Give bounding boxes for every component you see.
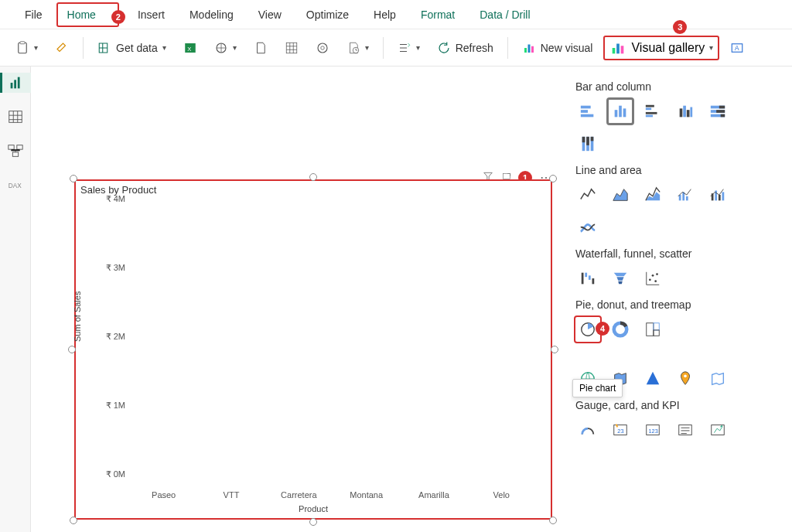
transform-data-button[interactable]: ▾ <box>391 38 426 58</box>
onelake-button[interactable]: ▾ <box>208 38 243 58</box>
gallery-section-waterfall: Waterfall, funnel, scatter <box>575 247 780 260</box>
y-tick-label: ₹ 4M <box>91 194 125 204</box>
paste-button[interactable]: ▾ <box>9 38 44 58</box>
arcgis-map-icon[interactable] <box>673 367 698 391</box>
text-box-button[interactable]: A <box>724 38 750 58</box>
svg-rect-26 <box>581 106 591 109</box>
menu-data-drill[interactable]: Data / Drill <box>469 2 541 27</box>
multi-row-card-icon[interactable]: 123 <box>640 418 665 442</box>
refresh-button[interactable]: Refresh <box>431 38 500 58</box>
svg-rect-34 <box>646 112 657 114</box>
svg-rect-37 <box>683 106 686 118</box>
scatter-icon[interactable] <box>640 266 665 291</box>
svg-rect-14 <box>621 46 624 53</box>
clustered-bar-icon[interactable] <box>640 99 665 124</box>
svg-point-64 <box>652 275 654 277</box>
stacked-area-icon[interactable] <box>640 182 665 207</box>
100pct-bar-icon[interactable] <box>705 99 730 124</box>
line-stacked-column-icon[interactable] <box>705 182 730 207</box>
treemap-icon[interactable] <box>640 317 665 342</box>
callout-badge-4: 4 <box>596 322 609 336</box>
card-icon[interactable]: 23 <box>608 418 633 442</box>
svg-rect-62 <box>592 278 595 284</box>
clustered-column-icon[interactable] <box>608 99 633 124</box>
bar-category-label: Paseo <box>152 490 176 500</box>
dataverse-button[interactable] <box>309 38 336 58</box>
menu-file[interactable]: File <box>14 2 53 27</box>
svg-rect-18 <box>14 80 16 88</box>
bar-chart-visual[interactable]: Sales by Product Sum of Sales Product Pa… <box>74 179 552 520</box>
pie-chart-icon[interactable]: 4 <box>575 317 600 342</box>
chart-body: Sum of Sales Product PaseoVTTCarreteraMo… <box>84 201 543 510</box>
report-view-icon[interactable] <box>0 73 31 93</box>
stacked-bar-icon[interactable] <box>575 99 600 124</box>
excel-source-button[interactable]: X <box>177 38 203 58</box>
y-tick-label: ₹ 1M <box>91 401 125 411</box>
gallery-section-line: Line and area <box>575 164 780 176</box>
menu-view[interactable]: View <box>248 2 292 27</box>
menu-insert[interactable]: Insert <box>127 2 176 27</box>
menu-format[interactable]: Format <box>410 2 466 27</box>
menu-optimize[interactable]: Optimize <box>295 2 360 27</box>
gauge-icon[interactable] <box>575 418 600 442</box>
dax-view-icon[interactable]: DAX <box>5 175 26 195</box>
svg-rect-43 <box>716 110 725 113</box>
svg-rect-19 <box>18 77 20 89</box>
waterfall-icon[interactable] <box>575 266 600 291</box>
svg-rect-60 <box>585 273 587 278</box>
pie-tooltip: Pie chart <box>572 379 623 397</box>
azure-map-icon[interactable] <box>640 367 665 391</box>
chevron-down-icon: ▾ <box>709 43 713 52</box>
svg-rect-47 <box>582 137 585 142</box>
svg-rect-49 <box>586 137 589 145</box>
svg-rect-39 <box>690 107 692 118</box>
svg-rect-71 <box>654 330 659 336</box>
gallery-section-pie: Pie, donut, and treemap <box>575 298 780 311</box>
ribbon-chart-icon[interactable] <box>575 215 600 240</box>
new-visual-button[interactable]: New visual <box>516 38 599 58</box>
svg-point-65 <box>654 280 657 282</box>
shape-map-icon[interactable] <box>705 367 730 391</box>
table-view-icon[interactable] <box>5 107 26 127</box>
line-column-icon[interactable] <box>673 182 698 207</box>
kpi-icon[interactable] <box>673 418 698 442</box>
svg-rect-28 <box>581 114 594 118</box>
svg-rect-30 <box>619 106 622 118</box>
sql-button[interactable] <box>248 38 274 58</box>
svg-rect-20 <box>9 111 22 123</box>
recent-sources-button[interactable]: ▾ <box>340 38 375 58</box>
svg-rect-57 <box>719 195 721 200</box>
svg-point-6 <box>318 43 327 53</box>
visual-gallery-pane: Bar and column Line and area Waterfall, … <box>571 73 784 532</box>
goal-icon[interactable] <box>705 418 730 442</box>
stacked-column-icon[interactable] <box>673 99 698 124</box>
line-chart-icon[interactable] <box>575 182 600 207</box>
model-view-icon[interactable] <box>5 141 26 161</box>
menu-modeling[interactable]: Modeling <box>179 2 244 27</box>
menu-home[interactable]: Home 2 <box>56 2 119 27</box>
svg-point-63 <box>649 278 651 281</box>
menu-help[interactable]: Help <box>363 2 407 27</box>
bars-container: PaseoVTTCarreteraMontanaAmarillaVelo <box>130 209 535 484</box>
separator <box>83 37 84 59</box>
get-data-label: Get data <box>116 42 158 54</box>
funnel-icon[interactable] <box>608 266 633 291</box>
report-canvas[interactable]: 1 ⋯ Sales by Product Sum of Sales Produc… <box>59 74 560 532</box>
svg-rect-25 <box>503 173 510 179</box>
svg-rect-5 <box>286 43 297 53</box>
donut-chart-icon[interactable] <box>608 317 633 342</box>
svg-rect-9 <box>524 48 527 53</box>
callout-badge-3: 3 <box>673 20 687 34</box>
enter-data-button[interactable] <box>278 38 305 58</box>
svg-rect-0 <box>19 43 27 53</box>
svg-rect-1 <box>20 41 25 43</box>
visual-gallery-button[interactable]: 3 Visual gallery ▾ <box>603 36 719 60</box>
area-chart-icon[interactable] <box>608 182 633 207</box>
format-painter-button[interactable] <box>49 38 75 58</box>
bar-category-label: Amarilla <box>418 490 449 500</box>
y-tick-label: ₹ 3M <box>91 263 125 273</box>
svg-text:X: X <box>187 45 191 52</box>
100pct-column-icon[interactable] <box>575 131 600 156</box>
chevron-down-icon: ▾ <box>34 43 38 52</box>
get-data-button[interactable]: Get data ▾ <box>91 38 172 58</box>
